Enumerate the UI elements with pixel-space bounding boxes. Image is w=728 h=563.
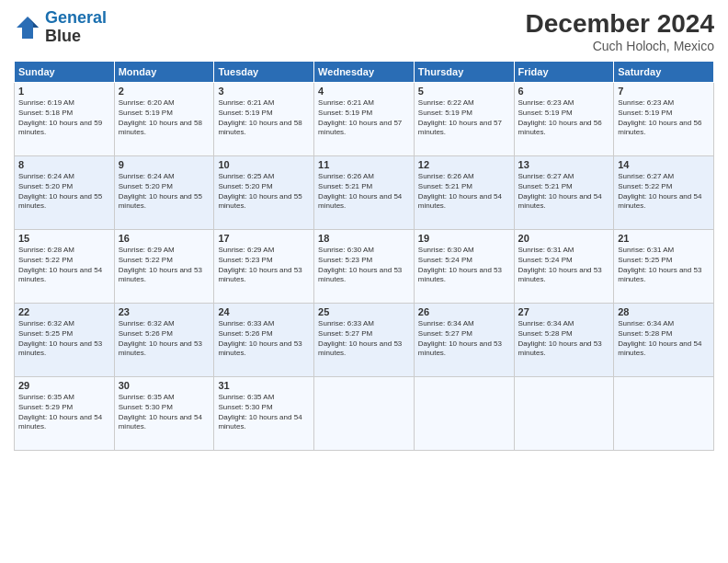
day-number: 23	[119, 306, 210, 317]
day-number: 13	[518, 159, 610, 170]
calendar-week-row: 22Sunrise: 6:32 AM Sunset: 5:25 PM Dayli…	[15, 304, 714, 377]
table-row: 21Sunrise: 6:31 AM Sunset: 5:25 PM Dayli…	[614, 230, 714, 304]
day-number: 25	[318, 306, 410, 317]
day-info: Sunrise: 6:26 AM Sunset: 5:21 PM Dayligh…	[318, 172, 410, 212]
day-number: 30	[119, 380, 210, 391]
col-monday: Monday	[114, 62, 214, 83]
table-row: 17Sunrise: 6:29 AM Sunset: 5:23 PM Dayli…	[214, 230, 314, 304]
table-row: 15Sunrise: 6:28 AM Sunset: 5:22 PM Dayli…	[15, 230, 115, 304]
table-row: 6Sunrise: 6:23 AM Sunset: 5:19 PM Daylig…	[514, 83, 614, 156]
day-info: Sunrise: 6:30 AM Sunset: 5:23 PM Dayligh…	[318, 246, 410, 285]
day-number: 31	[218, 380, 310, 391]
col-tuesday: Tuesday	[214, 62, 314, 83]
day-number: 21	[618, 233, 710, 244]
day-info: Sunrise: 6:33 AM Sunset: 5:27 PM Dayligh…	[318, 319, 410, 359]
col-wednesday: Wednesday	[314, 62, 415, 83]
logo-line1: General	[45, 8, 107, 27]
day-number: 15	[18, 233, 110, 244]
day-info: Sunrise: 6:22 AM Sunset: 5:19 PM Dayligh…	[418, 98, 510, 138]
day-number: 20	[518, 233, 610, 244]
day-info: Sunrise: 6:27 AM Sunset: 5:22 PM Dayligh…	[618, 172, 710, 212]
day-info: Sunrise: 6:35 AM Sunset: 5:30 PM Dayligh…	[218, 393, 310, 432]
day-number: 5	[418, 86, 510, 97]
table-row: 7Sunrise: 6:23 AM Sunset: 5:19 PM Daylig…	[614, 83, 714, 156]
logo: General Blue	[14, 9, 107, 46]
day-info: Sunrise: 6:31 AM Sunset: 5:25 PM Dayligh…	[618, 246, 710, 285]
day-number: 14	[618, 159, 710, 170]
logo-text: General Blue	[45, 9, 107, 46]
day-number: 16	[119, 233, 210, 244]
table-row: 14Sunrise: 6:27 AM Sunset: 5:22 PM Dayli…	[614, 156, 714, 230]
table-row: 16Sunrise: 6:29 AM Sunset: 5:22 PM Dayli…	[114, 230, 214, 304]
table-row: 27Sunrise: 6:34 AM Sunset: 5:28 PM Dayli…	[514, 304, 614, 377]
day-info: Sunrise: 6:23 AM Sunset: 5:19 PM Dayligh…	[618, 98, 710, 138]
calendar-table: Sunday Monday Tuesday Wednesday Thursday…	[14, 61, 714, 451]
table-row: 1Sunrise: 6:19 AM Sunset: 5:18 PM Daylig…	[15, 83, 115, 156]
day-number: 6	[518, 86, 610, 97]
calendar-week-row: 8Sunrise: 6:24 AM Sunset: 5:20 PM Daylig…	[15, 156, 714, 230]
logo-line2: Blue	[45, 28, 107, 46]
day-info: Sunrise: 6:32 AM Sunset: 5:25 PM Dayligh…	[18, 319, 110, 359]
table-row	[514, 377, 614, 451]
main-title: December 2024	[526, 9, 714, 39]
table-row: 9Sunrise: 6:24 AM Sunset: 5:20 PM Daylig…	[114, 156, 214, 230]
table-row: 3Sunrise: 6:21 AM Sunset: 5:19 PM Daylig…	[214, 83, 314, 156]
day-number: 7	[618, 86, 710, 97]
day-info: Sunrise: 6:24 AM Sunset: 5:20 PM Dayligh…	[18, 172, 110, 212]
day-number: 22	[18, 306, 110, 317]
calendar-week-row: 29Sunrise: 6:35 AM Sunset: 5:29 PM Dayli…	[15, 377, 714, 451]
day-info: Sunrise: 6:32 AM Sunset: 5:26 PM Dayligh…	[119, 319, 210, 359]
day-number: 28	[618, 306, 710, 317]
day-number: 8	[18, 159, 110, 170]
day-info: Sunrise: 6:29 AM Sunset: 5:22 PM Dayligh…	[119, 246, 210, 285]
table-row: 8Sunrise: 6:24 AM Sunset: 5:20 PM Daylig…	[15, 156, 115, 230]
day-number: 2	[119, 86, 210, 97]
day-number: 18	[318, 233, 410, 244]
day-info: Sunrise: 6:33 AM Sunset: 5:26 PM Dayligh…	[218, 319, 310, 359]
day-info: Sunrise: 6:23 AM Sunset: 5:19 PM Dayligh…	[518, 98, 610, 138]
day-number: 9	[119, 159, 210, 170]
day-number: 29	[18, 380, 110, 391]
day-number: 17	[218, 233, 310, 244]
calendar-week-row: 1Sunrise: 6:19 AM Sunset: 5:18 PM Daylig…	[15, 83, 714, 156]
table-row: 19Sunrise: 6:30 AM Sunset: 5:24 PM Dayli…	[414, 230, 514, 304]
day-number: 24	[218, 306, 310, 317]
page: General Blue December 2024 Cuch Holoch, …	[0, 0, 728, 563]
day-info: Sunrise: 6:34 AM Sunset: 5:28 PM Dayligh…	[518, 319, 610, 359]
day-number: 12	[418, 159, 510, 170]
col-saturday: Saturday	[614, 62, 714, 83]
day-info: Sunrise: 6:21 AM Sunset: 5:19 PM Dayligh…	[318, 98, 410, 138]
day-info: Sunrise: 6:31 AM Sunset: 5:24 PM Dayligh…	[518, 246, 610, 285]
col-friday: Friday	[514, 62, 614, 83]
table-row: 20Sunrise: 6:31 AM Sunset: 5:24 PM Dayli…	[514, 230, 614, 304]
table-row: 2Sunrise: 6:20 AM Sunset: 5:19 PM Daylig…	[114, 83, 214, 156]
table-row	[414, 377, 514, 451]
day-number: 11	[318, 159, 410, 170]
table-row: 11Sunrise: 6:26 AM Sunset: 5:21 PM Dayli…	[314, 156, 415, 230]
col-sunday: Sunday	[15, 62, 115, 83]
day-info: Sunrise: 6:25 AM Sunset: 5:20 PM Dayligh…	[218, 172, 310, 212]
subtitle: Cuch Holoch, Mexico	[526, 39, 714, 53]
day-info: Sunrise: 6:21 AM Sunset: 5:19 PM Dayligh…	[218, 98, 310, 138]
title-block: December 2024 Cuch Holoch, Mexico	[526, 9, 714, 53]
calendar-header-row: Sunday Monday Tuesday Wednesday Thursday…	[15, 62, 714, 83]
table-row: 25Sunrise: 6:33 AM Sunset: 5:27 PM Dayli…	[314, 304, 415, 377]
day-info: Sunrise: 6:19 AM Sunset: 5:18 PM Dayligh…	[18, 98, 110, 138]
day-number: 10	[218, 159, 310, 170]
day-info: Sunrise: 6:34 AM Sunset: 5:28 PM Dayligh…	[618, 319, 710, 359]
day-number: 27	[518, 306, 610, 317]
day-number: 4	[318, 86, 410, 97]
day-info: Sunrise: 6:35 AM Sunset: 5:30 PM Dayligh…	[119, 393, 210, 432]
day-number: 26	[418, 306, 510, 317]
day-info: Sunrise: 6:30 AM Sunset: 5:24 PM Dayligh…	[418, 246, 510, 285]
day-info: Sunrise: 6:28 AM Sunset: 5:22 PM Dayligh…	[18, 246, 110, 285]
logo-icon	[14, 14, 41, 41]
col-thursday: Thursday	[414, 62, 514, 83]
table-row: 26Sunrise: 6:34 AM Sunset: 5:27 PM Dayli…	[414, 304, 514, 377]
table-row: 29Sunrise: 6:35 AM Sunset: 5:29 PM Dayli…	[15, 377, 115, 451]
table-row: 5Sunrise: 6:22 AM Sunset: 5:19 PM Daylig…	[414, 83, 514, 156]
day-number: 1	[18, 86, 110, 97]
day-info: Sunrise: 6:35 AM Sunset: 5:29 PM Dayligh…	[18, 393, 110, 432]
day-info: Sunrise: 6:29 AM Sunset: 5:23 PM Dayligh…	[218, 246, 310, 285]
day-info: Sunrise: 6:20 AM Sunset: 5:19 PM Dayligh…	[119, 98, 210, 138]
